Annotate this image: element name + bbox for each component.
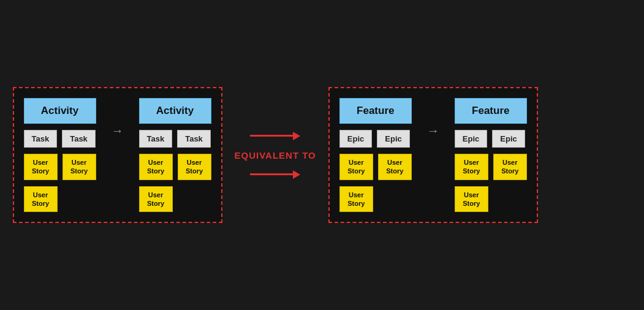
right-feature-2-story-row-2: UserStory xyxy=(455,186,527,213)
left-diagram-box: Activity Task Task UserStory UserStory U… xyxy=(13,87,222,223)
left-task-2: Task xyxy=(62,130,96,148)
left-activity-1-story-row-2: UserStory xyxy=(24,186,96,213)
right-group-arrow: → xyxy=(424,98,442,212)
right-story-5: UserStory xyxy=(493,154,527,180)
right-feature-group-1: Feature Epic Epic UserStory UserStory Us… xyxy=(339,98,412,212)
left-story-5: UserStory xyxy=(178,154,211,180)
left-task-4: Task xyxy=(177,130,211,148)
top-red-arrow xyxy=(250,132,300,140)
top-red-arrow-line xyxy=(250,135,293,137)
right-story-6: UserStory xyxy=(455,186,488,213)
main-container: Activity Task Task UserStory UserStory U… xyxy=(13,87,632,223)
bottom-red-arrow-head xyxy=(293,170,300,179)
left-activity-2-label: Activity xyxy=(139,98,211,124)
right-epic-4: Epic xyxy=(492,130,525,148)
left-story-4: UserStory xyxy=(139,154,173,180)
middle-section: EQUIVALENT TO xyxy=(222,132,328,179)
right-story-4: UserStory xyxy=(455,154,488,180)
bottom-red-arrow xyxy=(250,170,300,179)
left-group-arrow: → xyxy=(108,98,127,212)
right-feature-2-label: Feature xyxy=(455,98,527,124)
right-feature-2-story-row-1: UserStory UserStory xyxy=(455,154,527,180)
left-story-1: UserStory xyxy=(24,154,58,180)
bottom-red-arrow-line xyxy=(250,173,293,175)
right-feature-2-epic-row: Epic Epic xyxy=(455,130,527,148)
right-epic-1: Epic xyxy=(339,130,372,148)
right-feature-1-epic-row: Epic Epic xyxy=(339,130,412,148)
equivalent-label: EQUIVALENT TO xyxy=(235,150,316,161)
left-activity-1-label: Activity xyxy=(24,98,96,124)
top-red-arrow-head xyxy=(293,132,300,140)
left-story-6: UserStory xyxy=(139,186,173,213)
left-task-3: Task xyxy=(139,130,173,148)
left-activity-group-2: Activity Task Task UserStory UserStory U… xyxy=(139,98,211,212)
right-epic-3: Epic xyxy=(455,130,487,148)
right-story-1: UserStory xyxy=(339,154,373,180)
left-activity-group-1: Activity Task Task UserStory UserStory U… xyxy=(24,98,96,212)
right-story-2: UserStory xyxy=(378,154,412,180)
arrows-group: EQUIVALENT TO xyxy=(235,132,316,179)
right-feature-1-story-row-1: UserStory UserStory xyxy=(339,154,412,180)
right-feature-1-label: Feature xyxy=(339,98,412,124)
left-activity-1-task-row: Task Task xyxy=(24,130,96,148)
left-activity-2-task-row: Task Task xyxy=(139,130,211,148)
left-story-3: UserStory xyxy=(24,186,58,213)
left-activity-1-story-row-1: UserStory UserStory xyxy=(24,154,96,180)
right-feature-1-story-row-2: UserStory xyxy=(339,186,412,213)
left-activity-2-story-row-1: UserStory UserStory xyxy=(139,154,211,180)
right-diagram-box: Feature Epic Epic UserStory UserStory Us… xyxy=(328,87,538,223)
right-epic-2: Epic xyxy=(377,130,409,148)
right-feature-group-2: Feature Epic Epic UserStory UserStory Us… xyxy=(455,98,527,212)
left-story-2: UserStory xyxy=(63,154,96,180)
right-story-3: UserStory xyxy=(339,186,373,213)
right-gray-arrow-icon: → xyxy=(427,124,439,138)
left-task-1: Task xyxy=(24,130,58,148)
left-activity-2-story-row-2: UserStory xyxy=(139,186,211,213)
left-gray-arrow-icon: → xyxy=(112,124,124,138)
